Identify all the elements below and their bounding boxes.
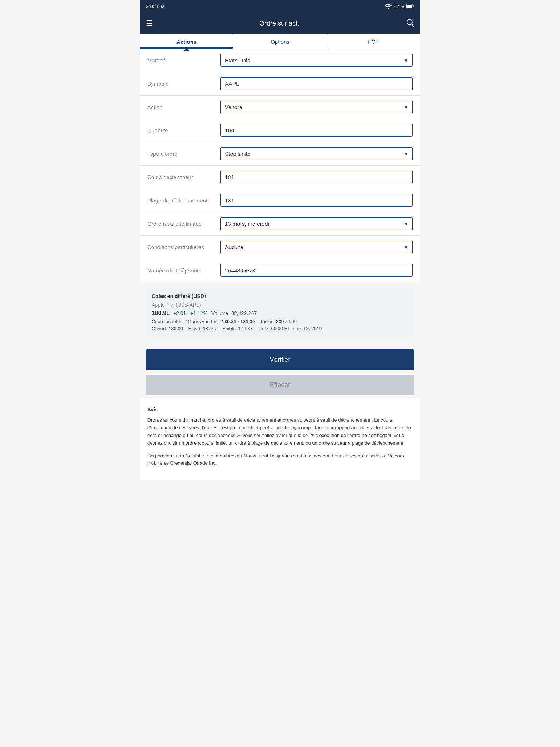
select-wrapper-conditions: Aucune AON FOK ▼ [220,241,413,253]
form-row-ordre-validite: Ordre à validité limitée 13 mars, mercre… [140,212,420,236]
quote-bid-ask: Cours acheteur / Cours vendeur: 180.81 -… [152,319,408,324]
top-nav: ☰ Ordre sur act. [140,13,420,34]
select-conditions[interactable]: Aucune AON FOK [220,241,413,253]
notice-section: Avis Ordres au cours du marché, ordres à… [140,398,420,480]
form-row-action: Action Vendre Acheter ▼ [140,96,420,119]
status-bar: 3:02 PM 97% [140,0,420,13]
label-quantite: Quantité [147,127,220,133]
label-plage-declenchement: Plage de déclenchement [147,197,220,204]
battery-percent: 97% [394,4,404,9]
label-type-ordre: Type d'ordre [147,151,220,157]
label-marche: Marché [147,57,220,63]
quote-ohlc: Ouvert: 180.00 Élevé: 182.67 Faible: 179… [152,326,408,331]
label-telephone: Numéro de téléphone [147,267,220,274]
effacer-button[interactable]: Effacer [146,375,414,395]
svg-rect-1 [407,5,412,8]
select-wrapper-marche: États-Unis Canada Europe ▼ [220,54,413,67]
select-type-ordre[interactable]: Stop limite Marché Limite [220,147,413,160]
verifier-button[interactable]: Vérifier [146,349,414,370]
label-symbole: Symbole [147,81,220,87]
form-row-marche: Marché États-Unis Canada Europe ▼ [140,49,420,72]
quote-company: Apple Inc. (US:AAPL) [152,302,408,308]
select-wrapper-action: Vendre Acheter ▼ [220,101,413,113]
quote-price: 180.91 [152,310,170,317]
select-wrapper-type-ordre: Stop limite Marché Limite ▼ [220,147,413,160]
input-telephone[interactable] [220,264,413,277]
label-action: Action [147,104,220,110]
select-wrapper-ordre-validite: 13 mars, mercredi 14 mars, jeudi Jour ▼ [220,217,413,230]
nav-title: Ordre sur act. [152,20,406,27]
tab-fcp[interactable]: FCP [327,34,420,49]
form-container: Marché États-Unis Canada Europe ▼ Symbol… [140,49,420,282]
menu-icon[interactable]: ☰ [146,19,152,28]
form-row-quantite: Quantité [140,119,420,142]
tab-options[interactable]: Options [233,34,327,49]
tab-actions[interactable]: Actions [140,34,233,49]
form-row-conditions: Conditions particulières Aucune AON FOK … [140,236,420,259]
select-marche[interactable]: États-Unis Canada Europe [220,54,413,67]
form-row-plage-declenchement: Plage de déclenchement [140,189,420,212]
notice-paragraph-2: Corporation Fiera Capital et des membres… [147,452,413,468]
quote-price-row: 180.91 +2.01 | +1.12% Volume: 32,422,267 [152,310,408,317]
input-quantite[interactable] [220,124,413,137]
label-conditions: Conditions particulières [147,244,220,250]
wifi-icon [385,4,392,10]
quote-panel: Cotes en différé (USD) Apple Inc. (US:AA… [146,288,414,338]
form-row-symbole: Symbole [140,72,420,96]
notice-paragraph-1: Ordres au cours du marché, ordres à seui… [147,417,413,447]
battery-icon [406,4,414,9]
search-icon[interactable] [406,19,414,28]
input-plage-declenchement[interactable] [220,194,413,207]
label-ordre-validite: Ordre à validité limitée [147,221,220,227]
quote-volume: Volume: 32,422,267 [211,310,257,316]
notice-title: Avis [147,406,413,414]
svg-line-3 [412,24,414,26]
tab-bar: Actions Options FCP [140,34,420,49]
input-cours-declencheur[interactable] [220,171,413,183]
quote-title: Cotes en différé (USD) [152,293,408,299]
status-right: 97% [385,4,414,10]
form-row-type-ordre: Type d'ordre Stop limite Marché Limite ▼ [140,142,420,166]
form-row-telephone: Numéro de téléphone [140,259,420,282]
input-symbole[interactable] [220,77,413,90]
select-ordre-validite[interactable]: 13 mars, mercredi 14 mars, jeudi Jour [220,217,413,230]
select-action[interactable]: Vendre Acheter [220,101,413,113]
label-cours-declencheur: Cours déclencheur [147,174,220,180]
form-row-cours-declencheur: Cours déclencheur [140,166,420,189]
quote-change: +2.01 | +1.12% [173,310,208,316]
status-time: 3:02 PM [146,4,165,9]
button-section: Vérifier Effacer [140,344,420,398]
